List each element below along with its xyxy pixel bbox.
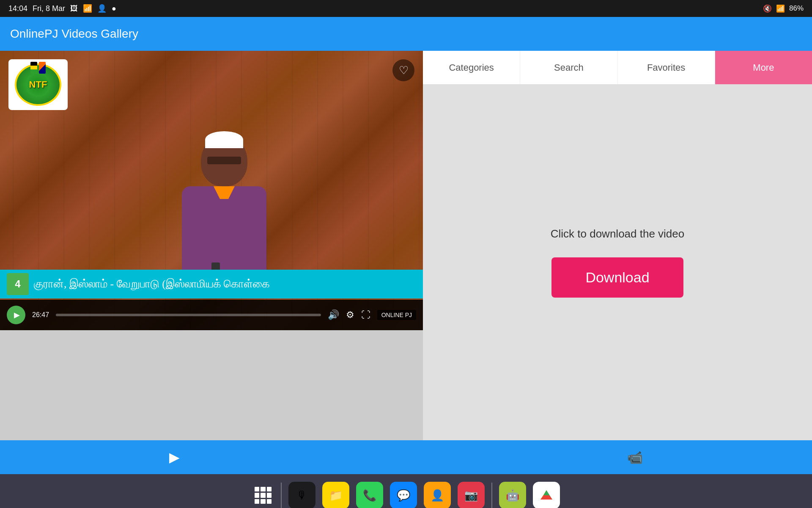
favorite-button[interactable]: ♡	[392, 59, 414, 81]
camera-app-icon[interactable]: 📷	[458, 482, 485, 508]
video-panel: NTF ♡ 4 குரான், இஸ்லாம் - வேறுபாடு (இஸ்ல…	[0, 51, 423, 440]
person-head	[201, 135, 247, 186]
subtitle-bar: 4 குரான், இஸ்லாம் - வேறுபாடு (இஸ்லாமியக்…	[0, 270, 423, 298]
app-dock: 🎙 📁 📞 💬 👤 📷 🤖	[0, 474, 812, 508]
profile-icon: 👤	[97, 4, 107, 13]
progress-bar[interactable]	[56, 314, 321, 316]
play-button[interactable]: ▶	[7, 306, 25, 324]
tab-search[interactable]: Search	[520, 51, 617, 84]
status-date: Fri, 8 Mar	[33, 4, 65, 13]
gallery-icon: 🖼	[70, 4, 78, 13]
download-button[interactable]: Download	[551, 257, 683, 298]
volume-icon[interactable]: 🔊	[328, 309, 339, 320]
time-display: 26:47	[32, 311, 49, 319]
app-bar: OnlinePJ Videos Gallery	[0, 17, 812, 51]
person-glasses	[207, 157, 241, 164]
apps-grid-icon[interactable]	[252, 484, 274, 506]
svg-marker-4	[540, 495, 552, 500]
subtitle-text: குரான், இஸ்லாம் - வேறுபாடு (இஸ்லாமியக் க…	[34, 278, 270, 290]
bottom-play-icon[interactable]: ▶	[169, 449, 180, 465]
contacts-app-icon[interactable]: 👤	[424, 482, 451, 508]
dot-icon: ●	[112, 4, 116, 13]
download-area: Click to download the video Download	[423, 85, 812, 440]
status-bar-right: 🔇 📶 86%	[763, 4, 804, 13]
ntf-flags	[30, 62, 46, 74]
messages-app-icon[interactable]: 💬	[390, 482, 417, 508]
flag-green	[30, 62, 37, 74]
main-content: NTF ♡ 4 குரான், இஸ்லாம் - வேறுபாடு (இஸ்ல…	[0, 51, 812, 440]
ntf-text: NTF	[29, 79, 47, 90]
status-bar-left: 14:04 Fri, 8 Mar 🖼 📶 👤 ●	[8, 4, 116, 13]
heart-icon: ♡	[399, 64, 409, 77]
episode-badge: 4	[7, 273, 29, 295]
watermark: ONLINE PJ	[377, 310, 416, 320]
flag-tri	[39, 62, 46, 74]
siri-app-icon[interactable]: 🎙	[288, 482, 315, 508]
android-app-icon[interactable]: 🤖	[499, 482, 526, 508]
battery-display: 86%	[789, 4, 804, 13]
phone-app-icon[interactable]: 📞	[356, 482, 383, 508]
video-controls: ▶ 26:47 🔊 ⚙ ⛶ ONLINE PJ	[0, 300, 423, 330]
drive-app-icon[interactable]	[533, 482, 560, 508]
person-kufi	[205, 131, 243, 148]
app-title: OnlinePJ Videos Gallery	[10, 27, 138, 41]
below-video-area	[0, 330, 423, 440]
sim-icon: 📶	[83, 4, 92, 13]
play-icon: ▶	[14, 310, 20, 320]
mute-icon: 🔇	[763, 4, 772, 13]
dock-divider-right	[491, 483, 492, 508]
fullscreen-icon[interactable]: ⛶	[361, 309, 370, 320]
tab-bar: Categories Search Favorites More	[423, 51, 812, 85]
status-time: 14:04	[8, 4, 27, 13]
tab-categories[interactable]: Categories	[423, 51, 520, 84]
files-app-icon[interactable]: 📁	[322, 482, 349, 508]
tab-more[interactable]: More	[715, 51, 812, 84]
ntf-logo: NTF	[8, 59, 68, 110]
ntf-logo-inner: NTF	[15, 64, 61, 106]
person-collar	[214, 186, 235, 199]
dock-divider-left	[281, 483, 282, 508]
control-icons: 🔊 ⚙ ⛶	[328, 309, 370, 320]
tab-favorites[interactable]: Favorites	[618, 51, 715, 84]
video-container[interactable]: NTF ♡ 4 குரான், இஸ்லாம் - வேறுபாடு (இஸ்ல…	[0, 51, 423, 330]
status-bar: 14:04 Fri, 8 Mar 🖼 📶 👤 ● 🔇 📶 86%	[0, 0, 812, 17]
bottom-camera-icon[interactable]: 📹	[627, 450, 643, 465]
download-hint: Click to download the video	[551, 227, 685, 240]
settings-icon[interactable]: ⚙	[346, 309, 354, 320]
bottom-app-bar: ▶ 📹	[0, 440, 812, 474]
right-panel: Categories Search Favorites More Click t…	[423, 51, 812, 440]
signal-icon: 📶	[776, 4, 785, 13]
